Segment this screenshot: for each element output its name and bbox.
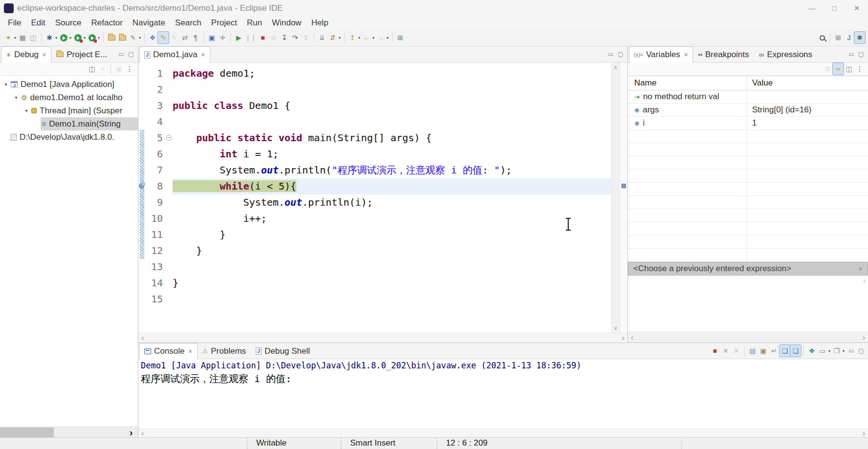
line-number[interactable]: 2 bbox=[145, 82, 165, 98]
menu-refactor[interactable]: Refactor bbox=[87, 18, 128, 28]
show-whitespace-button[interactable]: ¶ bbox=[190, 32, 201, 43]
code-text[interactable]: } bbox=[173, 243, 611, 259]
inspect-button[interactable]: ✛ bbox=[217, 32, 228, 43]
debug-perspective-button[interactable]: ✱ bbox=[854, 32, 865, 43]
open-perspective-button[interactable]: ⊞ bbox=[833, 32, 844, 43]
scroll-left-icon[interactable]: ‹ bbox=[141, 429, 144, 437]
column-header-value[interactable]: Value bbox=[747, 78, 868, 88]
tree-item[interactable]: ▾⚙demo1.Demo1 at localho bbox=[0, 91, 138, 104]
menu-file[interactable]: File bbox=[3, 18, 26, 28]
minimize-button[interactable]: — bbox=[801, 0, 823, 16]
editor-hscrollbar[interactable]: ‹ › bbox=[138, 333, 627, 342]
remove-all-launches-button[interactable]: ✕ bbox=[731, 345, 742, 357]
variables-panel-tab-variables[interactable]: (x)=Variables✕ bbox=[629, 46, 693, 63]
code-text[interactable]: public class Demo1 { bbox=[173, 98, 611, 114]
drop-to-frame-button[interactable]: ⇊ bbox=[317, 32, 328, 43]
code-text[interactable]: System.out.println("程序调试演示，注意观察 i 的值: ")… bbox=[173, 162, 611, 178]
panel-minimize-icon[interactable]: ▭ bbox=[846, 51, 856, 58]
line-number[interactable]: 15 bbox=[145, 291, 165, 307]
line-number[interactable]: 8 bbox=[145, 178, 165, 194]
dropdown-arrow-icon[interactable]: ▾ bbox=[14, 36, 16, 40]
debug-panel-hscrollbar[interactable]: › bbox=[0, 427, 138, 437]
word-wrap-button[interactable]: ↵ bbox=[769, 345, 779, 357]
menu-window[interactable]: Window bbox=[267, 18, 306, 28]
code-text[interactable]: } bbox=[173, 275, 611, 291]
terminate-console-button[interactable]: ■ bbox=[710, 345, 720, 357]
last-edit-location-button[interactable]: ↥ bbox=[347, 32, 358, 43]
panel-minimize-icon[interactable]: ▭ bbox=[116, 51, 126, 58]
annotate-button[interactable]: ✎ bbox=[128, 32, 138, 43]
tree-item-content[interactable]: ⚙demo1.Demo1 at localho bbox=[20, 91, 138, 104]
coverage-last-button[interactable] bbox=[72, 32, 83, 43]
editor-vscrollbar[interactable]: ∧ ∨ bbox=[611, 63, 620, 333]
line-number[interactable]: 7 bbox=[145, 162, 165, 178]
pin-editor-button[interactable]: ⊞ bbox=[395, 32, 406, 43]
dropdown-arrow-icon[interactable]: ▾ bbox=[69, 36, 71, 40]
close-icon[interactable]: ✕ bbox=[201, 52, 205, 58]
tree-item-content[interactable]: D:\Develop\Java\jdk1.8.0. bbox=[10, 130, 138, 144]
scroll-right-icon[interactable]: › bbox=[863, 334, 865, 342]
dropdown-arrow-icon[interactable]: ▾ bbox=[55, 36, 57, 40]
show-on-stdout-button[interactable]: ❏ bbox=[790, 345, 801, 357]
code-text[interactable] bbox=[173, 82, 611, 98]
line-number[interactable]: 13 bbox=[145, 259, 165, 275]
current-instruction-pointer-icon[interactable] bbox=[139, 183, 144, 189]
pin-console-2-button[interactable]: ❖ bbox=[806, 345, 817, 357]
console-tab-console[interactable]: Console✕ bbox=[139, 343, 198, 359]
menu-search[interactable]: Search bbox=[170, 18, 206, 28]
scroll-up-icon[interactable]: ∧ bbox=[614, 63, 618, 72]
panel-maximize-icon[interactable]: ▢ bbox=[856, 347, 866, 354]
variables-panel-tab-breakpoints[interactable]: ●●Breakpoints bbox=[693, 46, 754, 62]
variables-empty-row[interactable] bbox=[628, 183, 868, 196]
scroll-right-icon[interactable]: › bbox=[124, 428, 138, 437]
tree-item[interactable]: ▾Thread [main] (Susper bbox=[0, 104, 138, 117]
menu-help[interactable]: Help bbox=[306, 18, 333, 28]
variables-row[interactable]: ◉i1 bbox=[628, 117, 868, 130]
code-text[interactable]: } bbox=[173, 227, 611, 243]
close-icon[interactable]: ✕ bbox=[684, 52, 688, 58]
open-console-button[interactable]: ❐ bbox=[831, 345, 842, 357]
maximize-button[interactable]: □ bbox=[823, 0, 846, 16]
overview-ruler[interactable] bbox=[620, 63, 627, 333]
dropdown-arrow-icon[interactable]: ▾ bbox=[98, 36, 100, 40]
variables-empty-row[interactable] bbox=[628, 235, 868, 249]
dropdown-arrow-icon[interactable]: ▾ bbox=[373, 36, 375, 40]
save-all-button[interactable]: ◫ bbox=[28, 32, 39, 43]
variables-empty-row[interactable] bbox=[628, 143, 868, 156]
dropdown-arrow-icon[interactable]: ▾ bbox=[828, 349, 830, 353]
scrollbar-thumb[interactable] bbox=[0, 428, 54, 437]
menu-navigate[interactable]: Navigate bbox=[128, 18, 170, 28]
remove-all-terminated-button[interactable]: ✕ bbox=[97, 63, 108, 75]
panel-maximize-icon[interactable]: ▢ bbox=[126, 51, 136, 58]
tree-item[interactable]: D:\Develop\Java\jdk1.8.0. bbox=[0, 130, 138, 144]
line-number[interactable]: 14 bbox=[145, 275, 165, 291]
code-text[interactable]: while(i < 5){ bbox=[173, 178, 611, 194]
debug-panel-tab-project-e-[interactable]: Project E... bbox=[51, 46, 112, 62]
show-logical-structures-button[interactable]: ⇨ bbox=[833, 63, 844, 75]
dropdown-arrow-icon[interactable]: ▾ bbox=[358, 36, 360, 40]
dropdown-arrow-icon[interactable]: ▾ bbox=[339, 36, 341, 40]
disconnect-button[interactable]: ⊘ bbox=[268, 32, 279, 43]
display-console-button[interactable]: ▭ bbox=[817, 345, 828, 357]
console-tab-debug-shell[interactable]: JDebug Shell bbox=[251, 343, 315, 359]
save-button[interactable]: ▦ bbox=[17, 32, 28, 43]
panel-minimize-icon[interactable]: ▭ bbox=[846, 347, 856, 354]
line-number[interactable]: 3 bbox=[145, 98, 165, 114]
scroll-down-icon[interactable]: ∨ bbox=[614, 323, 618, 333]
open-console-view-button[interactable]: ▣ bbox=[206, 32, 217, 43]
filter-threads-button[interactable]: ◉ bbox=[113, 63, 124, 75]
panel-maximize-icon[interactable]: ▢ bbox=[616, 51, 625, 58]
dropdown-arrow-icon[interactable]: ▾ bbox=[387, 36, 389, 40]
line-number[interactable]: 6 bbox=[145, 146, 165, 162]
variables-empty-row[interactable] bbox=[628, 196, 868, 209]
collapse-all-vars-button[interactable]: ◫ bbox=[844, 63, 854, 75]
dropdown-arrow-icon[interactable]: ▾ bbox=[84, 36, 86, 40]
code-text[interactable]: package demo1; bbox=[173, 65, 611, 82]
variables-panel-hscrollbar[interactable]: ‹ › bbox=[628, 332, 868, 342]
format-button[interactable]: ✎ bbox=[169, 32, 179, 43]
expand-arrow-icon[interactable]: ▾ bbox=[22, 108, 30, 113]
menu-edit[interactable]: Edit bbox=[26, 18, 50, 28]
line-number[interactable]: 1 bbox=[145, 65, 165, 82]
menu-run[interactable]: Run bbox=[242, 18, 267, 28]
scroll-up-icon[interactable]: ∧ bbox=[863, 277, 867, 286]
